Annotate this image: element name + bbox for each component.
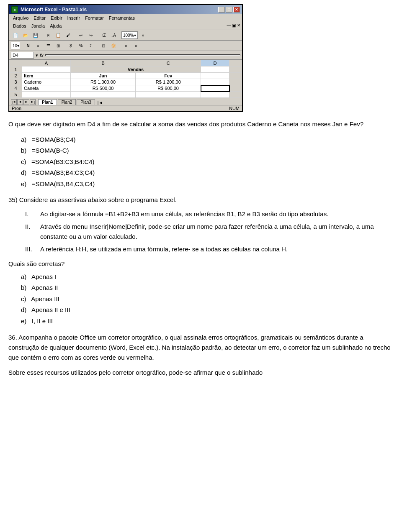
more-format2[interactable]: » bbox=[131, 41, 141, 50]
menu-ferramentas[interactable]: Ferramentas bbox=[107, 15, 137, 21]
next-sheet-btn[interactable]: ► bbox=[23, 99, 29, 105]
table-row: 4 Caneta R$ 500,00 R$ 600,00 bbox=[10, 85, 242, 92]
cell-a5[interactable] bbox=[22, 92, 71, 98]
paste-button[interactable]: 📋 bbox=[54, 31, 63, 39]
cell-b2[interactable]: Jan bbox=[70, 73, 136, 79]
cell-c4[interactable]: R$ 600,00 bbox=[136, 85, 201, 92]
zoom-dropdown[interactable]: 100% ▾ bbox=[121, 31, 138, 39]
minimize-button[interactable]: _ bbox=[218, 7, 225, 13]
option-label: e) bbox=[21, 317, 26, 325]
col-d-header[interactable]: D bbox=[201, 60, 229, 66]
cell-c2[interactable]: Fev bbox=[136, 73, 201, 79]
sort-asc[interactable]: ↑Z bbox=[99, 31, 108, 39]
option-value: =SOMA(B-C) bbox=[32, 147, 69, 154]
menu-editar[interactable]: Editar bbox=[31, 15, 48, 21]
menu-janela[interactable]: Janela bbox=[29, 23, 47, 29]
col-c-header[interactable]: C bbox=[136, 60, 201, 66]
assertion-i-text: Ao digitar-se a fórmula =B1+B2+B3 em uma… bbox=[40, 209, 328, 219]
option-label: d) bbox=[21, 169, 26, 176]
cell-a4[interactable]: Caneta bbox=[22, 85, 71, 92]
open-button[interactable]: 📂 bbox=[21, 31, 30, 39]
table-row: 1 Vendas bbox=[10, 66, 242, 73]
list-item: c) Apenas III bbox=[21, 294, 394, 304]
more-tools[interactable]: » bbox=[139, 31, 148, 39]
row-3-extra bbox=[229, 79, 242, 85]
tab-plan1[interactable]: Plan1 bbox=[38, 99, 57, 105]
cell-d1[interactable] bbox=[201, 66, 229, 73]
name-box[interactable]: D4 bbox=[11, 52, 34, 59]
cell-b1-vendas[interactable]: Vendas bbox=[70, 66, 201, 73]
cell-d4[interactable] bbox=[201, 85, 229, 92]
align-left[interactable]: ≡ bbox=[34, 41, 43, 50]
cell-a1[interactable] bbox=[22, 66, 71, 73]
cell-b5[interactable] bbox=[70, 92, 136, 98]
row-2-extra bbox=[229, 73, 242, 79]
row-1-extra bbox=[229, 66, 242, 73]
list-item: b) Apenas II bbox=[21, 283, 394, 293]
cell-d2[interactable] bbox=[201, 73, 229, 79]
menu-ajuda[interactable]: Ajuda bbox=[48, 23, 64, 29]
option-value: Apenas II e III bbox=[31, 306, 70, 313]
bold-button[interactable]: N bbox=[23, 41, 33, 50]
toolbar-standard: 📄 📂 💾 ⎘ 📋 🖌 ↩ ↪ ↑Z ↓A 100% ▾ » bbox=[9, 30, 242, 41]
close-button[interactable]: ✕ bbox=[233, 7, 240, 13]
option-label: c) bbox=[21, 295, 26, 302]
row-5-header: 5 bbox=[10, 92, 22, 98]
q35-options: a) Apenas I b) Apenas II c) Apenas III d… bbox=[21, 272, 394, 326]
tab-plan3[interactable]: Plan3 bbox=[77, 99, 95, 105]
excel-window: X Microsoft Excel - Pasta1.xls _ □ ✕ Arq… bbox=[8, 4, 243, 112]
cell-c5[interactable] bbox=[136, 92, 201, 98]
redo-button[interactable]: ↪ bbox=[86, 31, 95, 39]
percent-format[interactable]: % bbox=[76, 41, 85, 50]
formula-input[interactable] bbox=[45, 54, 240, 56]
menu-formatar[interactable]: Formatar bbox=[83, 15, 106, 21]
sort-desc[interactable]: ↓A bbox=[109, 31, 118, 39]
font-size-dropdown[interactable]: 10 ▾ bbox=[11, 42, 20, 49]
format-painter[interactable]: 🖌 bbox=[64, 31, 73, 39]
fill-color[interactable]: 🔆 bbox=[109, 41, 118, 50]
copy-button[interactable]: ⎘ bbox=[44, 31, 53, 39]
menu-arquivo[interactable]: Arquivo bbox=[11, 15, 31, 21]
cell-b4[interactable]: R$ 500,00 bbox=[70, 85, 136, 92]
font-size-arrow: ▾ bbox=[17, 43, 19, 48]
cell-b3[interactable]: R$ 1.000,00 bbox=[70, 79, 136, 85]
tab-plan2[interactable]: Plan2 bbox=[58, 99, 76, 105]
col-a-header[interactable]: A bbox=[22, 60, 71, 66]
currency-format[interactable]: $ bbox=[66, 41, 75, 50]
merge-cells[interactable]: ⊞ bbox=[54, 41, 63, 50]
row-2-header: 2 bbox=[10, 73, 22, 79]
zoom-arrow: ▾ bbox=[134, 33, 136, 38]
maximize-button[interactable]: □ bbox=[226, 7, 232, 13]
last-sheet-btn[interactable]: ►| bbox=[30, 99, 36, 105]
cell-d3[interactable] bbox=[201, 79, 229, 85]
undo-button[interactable]: ↩ bbox=[76, 31, 85, 39]
align-center[interactable]: ☰ bbox=[44, 41, 53, 50]
row-3-header: 3 bbox=[10, 79, 22, 85]
border-button[interactable]: ⊡ bbox=[99, 41, 108, 50]
table-row: 5 bbox=[10, 92, 242, 98]
list-item: e) =SOMA(B3,B4,C3,C4) bbox=[21, 179, 394, 189]
row-4-extra bbox=[229, 85, 242, 92]
option-label: c) bbox=[21, 158, 26, 165]
menu-exibir[interactable]: Exibir bbox=[49, 15, 64, 21]
dropdown-arrow[interactable]: ▾ bbox=[36, 53, 38, 58]
new-button[interactable]: 📄 bbox=[11, 31, 20, 39]
cell-a2[interactable]: Item bbox=[22, 73, 71, 79]
option-value: Apenas III bbox=[31, 295, 59, 302]
col-b-header[interactable]: B bbox=[70, 60, 136, 66]
menu-inserir[interactable]: Inserir bbox=[65, 15, 82, 21]
formula-bar: D4 ▾ fx bbox=[9, 51, 242, 60]
menu-dados[interactable]: Dados bbox=[11, 23, 28, 29]
cell-c3[interactable]: R$ 1.200,00 bbox=[136, 79, 201, 85]
more-format[interactable]: » bbox=[121, 41, 131, 50]
cell-a3[interactable]: Caderno bbox=[22, 79, 71, 85]
save-button[interactable]: 💾 bbox=[31, 31, 40, 39]
prev-sheet-btn[interactable]: ◄ bbox=[17, 99, 23, 105]
sheet-table: A B C D 1 Vendas 2 bbox=[9, 60, 242, 98]
assertion-iii-text: A referência H:H, se utilizada em uma fó… bbox=[40, 244, 288, 254]
first-sheet-btn[interactable]: |◄ bbox=[11, 99, 17, 105]
cell-d5[interactable] bbox=[201, 92, 229, 98]
list-item: d) =SOMA(B3;B4:C3;C4) bbox=[21, 168, 394, 178]
list-item: I. Ao digitar-se a fórmula =B1+B2+B3 em … bbox=[25, 209, 394, 219]
sigma-button[interactable]: Σ bbox=[86, 41, 95, 50]
